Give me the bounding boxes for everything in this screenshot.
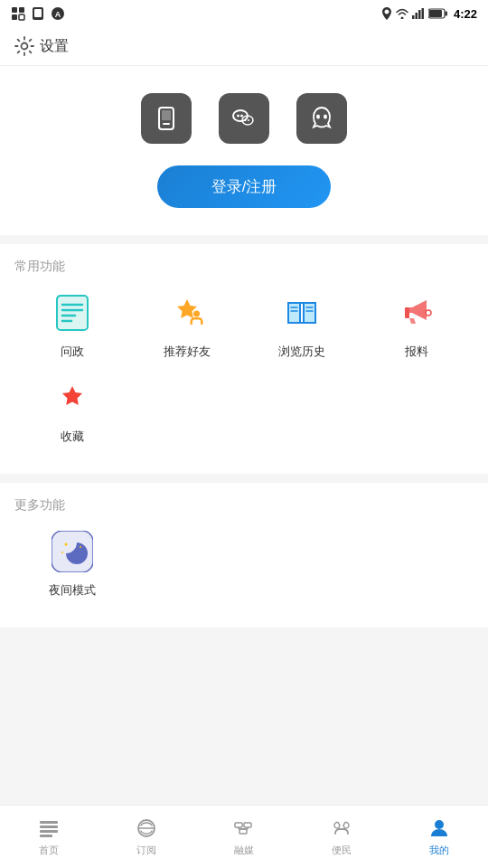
recommend-icon (164, 289, 211, 336)
svg-rect-54 (244, 823, 251, 827)
nav-item-home[interactable]: 首页 (0, 816, 98, 857)
nav-label-home: 首页 (39, 844, 59, 857)
android-icon (31, 6, 45, 21)
func-label-report: 报料 (405, 344, 428, 360)
nav-label-subscribe: 订阅 (136, 844, 156, 857)
status-bar: A 4:22 (0, 0, 488, 27)
mine-nav-icon (427, 816, 451, 840)
svg-rect-5 (34, 9, 42, 17)
func-item-history[interactable]: 浏览历史 (244, 289, 359, 360)
nav-item-media[interactable]: 融媒 (195, 816, 293, 857)
svg-rect-49 (40, 830, 58, 833)
qq-login-icon[interactable] (296, 93, 347, 144)
svg-rect-1 (19, 7, 24, 13)
svg-rect-11 (421, 8, 424, 19)
nav-item-subscribe[interactable]: 订阅 (98, 816, 195, 857)
nav-label-mine: 我的 (429, 844, 449, 857)
status-left: A (11, 6, 65, 21)
svg-point-45 (80, 546, 81, 548)
location-icon (381, 7, 392, 20)
status-right: 4:22 (381, 7, 477, 21)
func-item-recommend[interactable]: 推荐好友 (129, 289, 244, 360)
svg-rect-0 (12, 7, 17, 13)
svg-point-24 (248, 119, 249, 121)
svg-rect-10 (418, 10, 421, 19)
settings-gear-icon (14, 36, 34, 56)
battery-icon (428, 8, 448, 19)
nav-label-media: 融媒 (234, 844, 254, 857)
time-display: 4:22 (454, 7, 477, 21)
svg-rect-9 (415, 13, 418, 19)
svg-rect-8 (412, 15, 415, 19)
nav-item-mine[interactable]: 我的 (390, 816, 488, 857)
report-icon (393, 289, 440, 336)
svg-point-44 (64, 543, 67, 546)
svg-rect-18 (162, 110, 171, 120)
svg-point-46 (61, 552, 63, 553)
svg-text:A: A (55, 10, 61, 19)
svg-rect-3 (19, 14, 24, 20)
media-nav-icon (232, 816, 256, 840)
common-functions-section: 常用功能 问政 (0, 244, 488, 474)
svg-rect-13 (445, 12, 447, 16)
common-functions-grid: 问政 推荐好友 (14, 289, 474, 459)
more-functions-title: 更多功能 (14, 497, 474, 514)
svg-rect-14 (429, 10, 442, 17)
func-item-report[interactable]: 报料 (359, 289, 474, 360)
func-label-favorite: 收藏 (61, 429, 84, 445)
func-label-wenzheng: 问政 (61, 344, 84, 360)
more-functions-grid: 夜间模式 (14, 528, 474, 613)
svg-rect-50 (40, 835, 52, 837)
header-title: 设置 (40, 37, 69, 56)
nav-label-service: 便民 (332, 844, 352, 857)
svg-point-25 (316, 115, 320, 119)
func-item-wenzheng[interactable]: 问政 (14, 289, 129, 360)
svg-rect-47 (40, 821, 58, 824)
svg-point-59 (435, 820, 444, 829)
bottom-navigation: 首页 订阅 融媒 (0, 805, 488, 868)
signal-icon (412, 8, 425, 19)
func-label-night-mode: 夜间模式 (49, 582, 96, 599)
header: 设置 (0, 27, 488, 66)
func-item-favorite[interactable]: 收藏 (14, 374, 129, 445)
svg-point-15 (22, 43, 28, 50)
wifi-icon (396, 8, 408, 19)
profile-section: 登录/注册 (0, 66, 488, 235)
svg-rect-27 (57, 296, 88, 330)
svg-point-33 (193, 311, 200, 317)
svg-point-26 (324, 115, 327, 119)
svg-point-23 (245, 119, 247, 121)
subscribe-nav-icon (135, 816, 158, 840)
wechat-login-icon[interactable] (219, 93, 269, 144)
svg-rect-17 (163, 123, 170, 125)
svg-point-21 (240, 115, 243, 118)
service-nav-icon (330, 816, 353, 840)
wenzheng-icon (49, 289, 96, 336)
func-label-recommend: 推荐好友 (164, 344, 211, 360)
nav-item-service[interactable]: 便民 (293, 816, 390, 857)
more-functions-section: 更多功能 夜间模式 (0, 483, 488, 627)
history-icon (278, 289, 325, 336)
profile-login-icons (141, 93, 347, 144)
func-label-history: 浏览历史 (278, 344, 325, 360)
a-icon: A (51, 6, 65, 21)
night-mode-icon (49, 528, 96, 575)
func-item-night-mode[interactable]: 夜间模式 (14, 528, 129, 599)
home-nav-icon (37, 816, 61, 840)
svg-rect-2 (12, 14, 17, 20)
login-register-button[interactable]: 登录/注册 (157, 165, 332, 208)
square-icon (11, 6, 25, 21)
common-functions-title: 常用功能 (14, 259, 474, 275)
favorite-icon (49, 374, 96, 421)
phone-login-icon[interactable] (141, 93, 192, 144)
svg-rect-53 (235, 823, 242, 827)
svg-rect-40 (405, 307, 409, 318)
svg-rect-48 (40, 826, 58, 828)
svg-point-20 (237, 115, 239, 118)
